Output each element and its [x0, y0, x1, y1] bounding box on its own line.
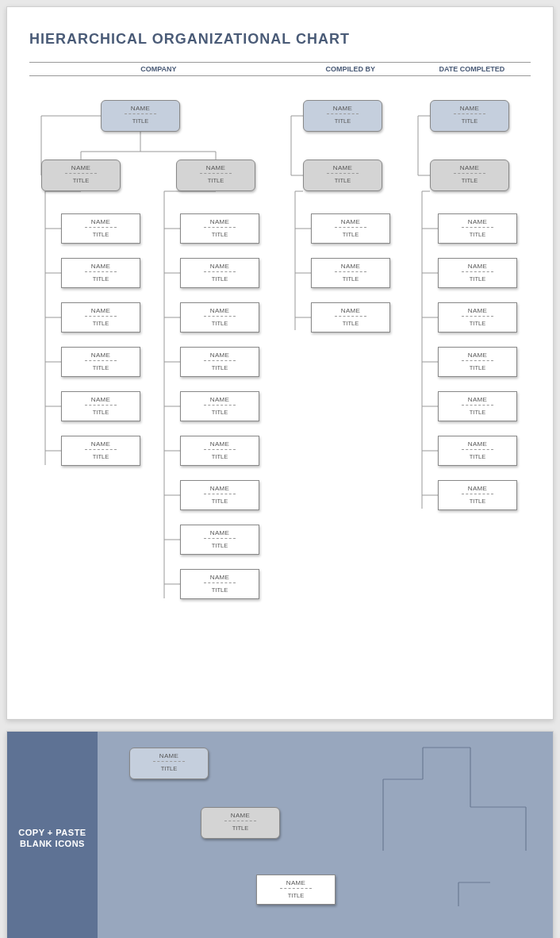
node-leaf[interactable]: NAMETITLE — [180, 347, 259, 377]
header-compiled-by: COMPILED BY — [288, 65, 413, 73]
node-leaf[interactable]: NAMETITLE — [61, 302, 140, 333]
node-leaf[interactable]: NAMETITLE — [61, 436, 140, 466]
node-level2[interactable]: NAMETITLE — [176, 160, 255, 191]
node-leaf[interactable]: NAMETITLE — [180, 569, 259, 599]
node-root[interactable]: NAME TITLE — [101, 100, 180, 132]
palette-node-blue[interactable]: NAMETITLE — [129, 748, 209, 779]
node-title: TITLE — [102, 115, 179, 125]
node-leaf[interactable]: NAMETITLE — [438, 213, 517, 244]
node-name: NAME — [102, 105, 179, 112]
node-leaf[interactable]: NAMETITLE — [438, 258, 517, 288]
node-leaf[interactable]: NAMETITLE — [311, 302, 390, 333]
node-leaf[interactable]: NAMETITLE — [180, 436, 259, 466]
chart-canvas: NAME TITLE NAMETITLE NAMETITLE NAMETITLE… — [29, 84, 537, 687]
node-leaf[interactable]: NAMETITLE — [311, 213, 390, 244]
org-chart-page: HIERARCHICAL ORGANIZATIONAL CHART COMPAN… — [6, 6, 554, 720]
node-leaf[interactable]: NAMETITLE — [180, 525, 259, 555]
node-leaf[interactable]: NAMETITLE — [180, 302, 259, 333]
node-leaf[interactable]: NAMETITLE — [180, 213, 259, 244]
palette-label: COPY + PASTE BLANK ICONS — [7, 732, 98, 938]
node-leaf[interactable]: NAMETITLE — [311, 258, 390, 288]
node-leaf[interactable]: NAMETITLE — [61, 213, 140, 244]
palette-node-white[interactable]: NAMETITLE — [256, 875, 336, 905]
node-root[interactable]: NAMETITLE — [303, 100, 382, 132]
node-leaf[interactable]: NAMETITLE — [61, 258, 140, 288]
node-root[interactable]: NAMETITLE — [430, 100, 509, 132]
node-leaf[interactable]: NAMETITLE — [438, 347, 517, 377]
node-level2[interactable]: NAMETITLE — [41, 160, 121, 191]
page-title: HIERARCHICAL ORGANIZATIONAL CHART — [29, 31, 531, 48]
node-level2[interactable]: NAMETITLE — [430, 160, 509, 191]
node-leaf[interactable]: NAMETITLE — [61, 347, 140, 377]
node-leaf[interactable]: NAMETITLE — [180, 258, 259, 288]
palette-panel: COPY + PASTE BLANK ICONS NAMETITLE NAMET… — [6, 731, 554, 938]
node-leaf[interactable]: NAMETITLE — [180, 480, 259, 510]
node-leaf[interactable]: NAMETITLE — [438, 391, 517, 421]
header-company: COMPANY — [29, 65, 288, 73]
header-row: COMPANY COMPILED BY DATE COMPLETED — [29, 62, 531, 76]
node-level2[interactable]: NAMETITLE — [303, 160, 382, 191]
palette-node-gray[interactable]: NAMETITLE — [201, 807, 280, 839]
node-leaf[interactable]: NAMETITLE — [438, 302, 517, 333]
header-date-completed: DATE COMPLETED — [413, 65, 531, 73]
node-leaf[interactable]: NAMETITLE — [180, 391, 259, 421]
node-leaf[interactable]: NAMETITLE — [438, 480, 517, 510]
node-leaf[interactable]: NAMETITLE — [438, 436, 517, 466]
node-leaf[interactable]: NAMETITLE — [61, 391, 140, 421]
palette-canvas: NAMETITLE NAMETITLE NAMETITLE — [98, 732, 553, 938]
